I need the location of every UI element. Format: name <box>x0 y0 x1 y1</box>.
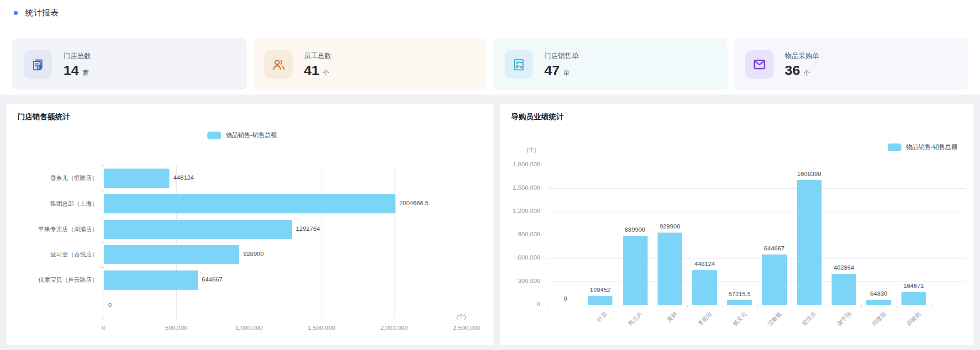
category-label: 李雨欣 <box>696 310 714 328</box>
stat-card-employees: 员工总数 41 个 <box>253 38 487 90</box>
axis-tick <box>827 305 827 308</box>
stat-unit: 个 <box>804 69 810 77</box>
y-tick-label: 600,000 <box>500 254 540 261</box>
category-label: 周志兵 <box>627 310 644 328</box>
page-title: 统计报表 <box>25 7 59 18</box>
category-label: 叶晨 <box>596 310 610 324</box>
value-label: 928900 <box>638 223 702 230</box>
sales-order-icon <box>505 50 533 79</box>
stat-card-stores: 门店总数 14 家 <box>12 38 247 90</box>
guide-performance-bar-chart: 0300,000600,000900,0001,200,0001,500,000… <box>500 104 974 345</box>
axis-tick <box>757 305 758 308</box>
x-tick-label: 2,000,000 <box>362 324 426 331</box>
gridline <box>548 188 966 189</box>
value-label: 2004666.5 <box>400 200 429 207</box>
category-label: 夏静 <box>665 310 679 324</box>
bar[interactable] <box>104 270 198 290</box>
y-tick-label: 1,500,000 <box>500 184 540 191</box>
store-sales-chart-panel: 门店销售额统计 物品销售-销售总额 (个) 0500,0001,000,0001… <box>6 104 494 345</box>
axis-tick <box>931 305 932 308</box>
x-tick-label: 1,500,000 <box>290 324 353 331</box>
axis-tick <box>687 305 688 308</box>
stat-label: 员工总数 <box>304 52 332 60</box>
bar[interactable] <box>866 300 891 305</box>
stat-unit: 家 <box>82 69 89 77</box>
category-axis-line <box>104 165 104 318</box>
bar[interactable] <box>104 169 169 188</box>
category-label: 管理员 <box>801 310 818 328</box>
gridline <box>176 165 177 318</box>
store-sales-bar-chart: 0500,0001,000,0001,500,0002,000,0002,500… <box>6 104 494 345</box>
bar[interactable] <box>104 220 292 239</box>
gridline <box>321 165 322 318</box>
stat-value: 36 <box>785 64 800 77</box>
axis-tick <box>896 305 897 308</box>
x-tick-label: 500,000 <box>144 324 208 331</box>
x-tick-label: 2,500,000 <box>435 324 499 331</box>
value-label: 928900 <box>243 250 263 257</box>
stat-unit: 单 <box>563 69 569 77</box>
axis-tick <box>861 305 862 308</box>
axis-tick <box>101 217 104 217</box>
bar[interactable] <box>797 180 822 305</box>
bar[interactable] <box>832 274 856 305</box>
value-label: 644667 <box>202 276 222 283</box>
gridline <box>548 212 966 212</box>
bullet-icon <box>14 11 18 15</box>
value-label: 448124 <box>673 260 737 267</box>
bar[interactable] <box>727 300 752 305</box>
stat-label: 门店总数 <box>63 52 91 60</box>
y-tick-label: 1,800,000 <box>500 161 540 168</box>
bar[interactable] <box>104 245 239 264</box>
employees-icon <box>264 50 293 79</box>
gridline <box>548 281 966 282</box>
gridline <box>467 165 467 318</box>
axis-tick <box>101 293 104 293</box>
bar[interactable] <box>104 194 395 213</box>
axis-tick <box>618 305 618 308</box>
value-label: 402864 <box>812 264 876 271</box>
category-label: 郑晓丽 <box>905 310 923 328</box>
gridline <box>548 258 966 259</box>
stat-label: 门店销售单 <box>544 52 579 60</box>
store-icon <box>24 50 52 79</box>
value-label: 0 <box>108 302 112 308</box>
axis-tick <box>653 305 653 308</box>
axis-tick <box>101 191 104 191</box>
axis-tick <box>101 318 104 319</box>
gridline <box>394 165 395 318</box>
category-label: 波司登（吾悦店） <box>6 250 98 259</box>
page-header: 统计报表 <box>14 5 59 20</box>
axis-tick <box>583 305 583 308</box>
stat-card-sales-orders: 门店销售单 47 单 <box>493 38 727 90</box>
category-label: 香奈儿（恒隆店） <box>6 174 98 182</box>
bar[interactable] <box>692 270 717 305</box>
bar[interactable] <box>623 236 648 305</box>
axis-tick <box>548 305 548 308</box>
y-tick-label: 900,000 <box>500 231 540 238</box>
category-label: 郑建国 <box>870 310 888 328</box>
bar[interactable] <box>588 296 612 305</box>
bar[interactable] <box>658 233 682 305</box>
y-tick-label: 300,000 <box>500 277 540 284</box>
bar[interactable] <box>901 292 926 305</box>
category-label: 谢宇翔 <box>836 310 854 328</box>
gridline <box>548 165 966 165</box>
stat-value: 14 <box>63 64 79 77</box>
stat-value: 47 <box>544 64 559 77</box>
axis-tick <box>101 267 104 268</box>
value-label: 164671 <box>882 282 946 289</box>
axis-tick <box>722 305 722 308</box>
gridline <box>249 165 249 318</box>
gridline <box>548 235 966 235</box>
category-label: 苹果专卖店（周浦店） <box>6 225 98 233</box>
bar[interactable] <box>762 255 787 305</box>
stat-cards-row: 门店总数 14 家 员工总数 41 个 <box>12 38 968 90</box>
guide-performance-chart-panel: 导购员业绩统计 物品销售-销售总额 (个) 0300,000600,000900… <box>500 104 974 345</box>
stat-unit: 个 <box>323 69 329 77</box>
stat-card-purchase-orders: 物品采购单 36 个 <box>734 38 968 90</box>
axis-tick <box>101 165 104 166</box>
value-label: 1608398 <box>777 170 841 177</box>
value-label: 448124 <box>174 174 194 181</box>
axis-tick <box>966 305 966 308</box>
